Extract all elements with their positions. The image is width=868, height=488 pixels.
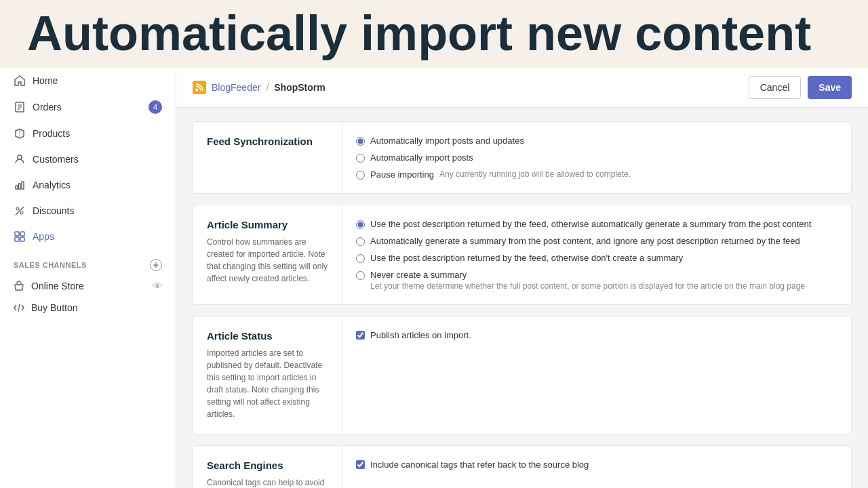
article-status-checkbox-item[interactable]: Publish articles on import. (356, 330, 837, 340)
sales-channels-title: SALES CHANNELS (14, 261, 87, 269)
orders-icon (14, 101, 26, 113)
analytics-icon (14, 179, 26, 191)
sidebar-item-apps-label: Apps (33, 231, 54, 242)
article-summary-desc: Control how summaries are created for im… (207, 236, 328, 285)
sidebar-item-products[interactable]: Products (0, 121, 176, 146)
article-summary-options: Use the post description returned by the… (356, 219, 837, 291)
article-status-checkbox[interactable] (356, 331, 365, 340)
article-summary-radio-3[interactable] (356, 254, 365, 263)
feed-sync-option-2[interactable]: Automatically import posts (356, 152, 837, 163)
search-engines-checkbox-item[interactable]: Include canonical tags that refer back t… (356, 460, 837, 470)
breadcrumb-separator: / (266, 82, 269, 93)
article-summary-label-1: Use the post description returned by the… (370, 219, 811, 229)
sidebar-item-orders-label: Orders (33, 102, 62, 113)
feed-sync-options: Automatically import posts and updates A… (356, 136, 837, 180)
sidebar-item-discounts-label: Discounts (33, 205, 74, 216)
home-icon (14, 75, 26, 87)
buy-button-label: Buy Button (31, 302, 78, 313)
sales-channels-header: SALES CHANNELS + (0, 249, 176, 275)
article-summary-left: Article Summary Control how summaries ar… (193, 205, 342, 304)
article-summary-radio-4[interactable] (356, 271, 365, 280)
article-summary-note-4: Let your theme determine whether the ful… (370, 281, 805, 291)
svg-point-9 (20, 211, 23, 214)
add-sales-channel-button[interactable]: + (150, 259, 162, 271)
save-button[interactable]: Save (808, 76, 852, 99)
article-summary-label-2: Automatically generate a summary from th… (370, 236, 800, 246)
search-engines-section: Search Engines Canonical tags can help t… (193, 445, 852, 488)
app-container: Home Orders 4 Products (0, 68, 868, 488)
svg-point-4 (18, 155, 22, 159)
sidebar-item-orders[interactable]: Orders 4 (0, 94, 176, 121)
search-engines-title: Search Engines (207, 460, 328, 471)
svg-rect-14 (20, 237, 24, 241)
svg-rect-12 (20, 232, 24, 236)
top-bar: BlogFeeder / ShopStorm Cancel Save (176, 68, 868, 108)
breadcrumb-current: ShopStorm (274, 82, 325, 93)
apps-icon (14, 230, 26, 243)
article-summary-label-3: Use the post description returned by the… (370, 253, 683, 263)
breadcrumb: BlogFeeder / ShopStorm (193, 81, 326, 94)
search-engines-right: Include canonical tags that refer back t… (342, 446, 851, 488)
feed-sync-option-1[interactable]: Automatically import posts and updates (356, 136, 837, 146)
feed-sync-section: Feed Synchronization Automatically impor… (193, 121, 852, 194)
feed-sync-label-2: Automatically import posts (370, 152, 473, 163)
article-summary-title: Article Summary (207, 219, 328, 230)
customers-icon (14, 153, 26, 165)
feed-sync-label-3: Pause importing (370, 169, 434, 180)
sidebar-item-apps[interactable]: Apps (0, 224, 176, 249)
article-summary-option-3[interactable]: Use the post description returned by the… (356, 253, 837, 263)
svg-rect-13 (15, 237, 19, 241)
main-content: BlogFeeder / ShopStorm Cancel Save Feed … (176, 68, 868, 488)
content-area: Feed Synchronization Automatically impor… (176, 108, 868, 488)
eye-icon[interactable]: 👁 (153, 281, 162, 291)
sidebar-item-online-store[interactable]: Online Store 👁 (0, 275, 176, 297)
sidebar-item-customers-label: Customers (33, 154, 79, 165)
feed-sync-left: Feed Synchronization (193, 122, 342, 193)
sidebar: Home Orders 4 Products (0, 68, 176, 488)
feed-sync-radio-3[interactable] (356, 171, 365, 180)
sidebar-item-discounts[interactable]: Discounts (0, 198, 176, 224)
feed-sync-title: Feed Synchronization (207, 136, 328, 147)
article-summary-radio-1[interactable] (356, 220, 365, 229)
feed-sync-option-3[interactable]: Pause importing Any currently running jo… (356, 169, 837, 180)
search-engines-checkbox[interactable] (356, 460, 365, 469)
feed-sync-radio-1[interactable] (356, 137, 365, 146)
search-engines-desc: Canonical tags can help to avoid content… (207, 476, 328, 488)
store-icon (14, 281, 24, 291)
article-status-desc: Imported articles are set to published b… (207, 347, 328, 420)
svg-rect-5 (16, 186, 18, 189)
feed-sync-note-3: Any currently running job will be allowe… (439, 169, 631, 179)
feed-sync-radio-2[interactable] (356, 154, 365, 163)
sidebar-item-buy-button[interactable]: Buy Button (0, 297, 176, 319)
rss-icon (193, 81, 206, 94)
svg-rect-6 (19, 184, 21, 189)
svg-point-16 (196, 89, 199, 92)
feed-sync-right: Automatically import posts and updates A… (342, 122, 851, 193)
svg-point-8 (16, 207, 19, 210)
top-bar-actions: Cancel Save (749, 76, 852, 99)
article-summary-label-4-wrap: Never create a summary Let your theme de… (370, 270, 805, 291)
cancel-button[interactable]: Cancel (749, 76, 802, 99)
article-summary-radio-2[interactable] (356, 237, 365, 246)
article-status-title: Article Status (207, 330, 328, 342)
online-store-label: Online Store (31, 281, 84, 291)
sidebar-item-home[interactable]: Home (0, 68, 176, 94)
article-summary-option-1[interactable]: Use the post description returned by the… (356, 219, 837, 229)
discounts-icon (14, 205, 26, 217)
sidebar-item-customers[interactable]: Customers (0, 146, 176, 172)
sidebar-item-products-label: Products (33, 128, 70, 139)
article-summary-option-4[interactable]: Never create a summary Let your theme de… (356, 270, 837, 291)
search-engines-left: Search Engines Canonical tags can help t… (193, 446, 342, 488)
article-status-right: Publish articles on import. (342, 317, 851, 434)
search-engines-checkbox-label: Include canonical tags that refer back t… (370, 460, 589, 470)
article-status-left: Article Status Imported articles are set… (193, 317, 342, 434)
article-summary-option-2[interactable]: Automatically generate a summary from th… (356, 236, 837, 246)
sidebar-item-analytics[interactable]: Analytics (0, 172, 176, 198)
article-summary-right: Use the post description returned by the… (342, 205, 851, 304)
code-icon (14, 302, 24, 313)
sidebar-item-analytics-label: Analytics (33, 180, 71, 190)
article-status-checkbox-label: Publish articles on import. (370, 330, 471, 340)
breadcrumb-app[interactable]: BlogFeeder (212, 82, 260, 93)
sidebar-item-home-label: Home (33, 75, 58, 86)
svg-rect-11 (15, 232, 19, 236)
